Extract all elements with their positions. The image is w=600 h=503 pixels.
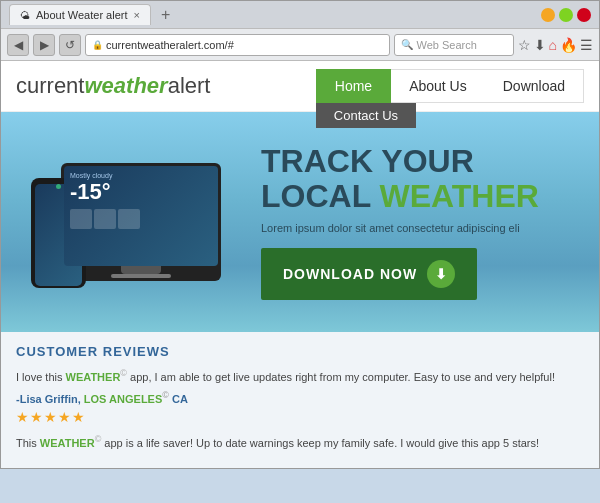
download-btn-label: DOWNLOAD NOW	[283, 266, 417, 282]
tab-close-button[interactable]: ×	[134, 9, 140, 21]
url-text: currentweatheralert.com/#	[106, 39, 234, 51]
monitor-base	[111, 274, 171, 278]
review-1-text: I love this WEATHER© app, I am able to g…	[16, 367, 584, 385]
device-monitor: Mostly cloudy -15°	[61, 163, 221, 281]
minimize-button[interactable]	[541, 8, 555, 22]
review1-after: app, I am able to get live updates right…	[127, 371, 555, 383]
review1-weather-link[interactable]: WEATHER	[66, 371, 121, 383]
review1-copyright: ©	[120, 368, 127, 378]
reload-button[interactable]: ↺	[59, 34, 81, 56]
address-bar[interactable]: 🔒 currentweatheralert.com/#	[85, 34, 390, 56]
nav-items: Home About Us Download	[316, 69, 584, 103]
hero-title: TRACK YOUR LOCAL WEATHER	[261, 144, 579, 214]
tab-favicon: 🌤	[20, 10, 30, 21]
new-tab-button[interactable]: +	[157, 6, 174, 24]
review-2-text: This WEATHER© app is a life saver! Up to…	[16, 433, 584, 451]
screen-temperature: -15°	[70, 179, 212, 205]
nav-contact[interactable]: Contact Us	[316, 103, 416, 128]
hero-title-line2: LOCAL	[261, 178, 380, 214]
browser-window: 🌤 About Weater alert × + ◀ ▶ ↺ 🔒 current…	[0, 0, 600, 469]
browser-nav-bar: ◀ ▶ ↺ 🔒 currentweatheralert.com/# 🔍 Web …	[1, 29, 599, 61]
screen-bar-3	[118, 209, 140, 229]
site-logo: currentweatheralert	[16, 73, 210, 99]
review-1-stars: ★★★★★	[16, 409, 584, 425]
close-button[interactable]	[577, 8, 591, 22]
website-content: currentweatheralert Home About Us Downlo…	[1, 61, 599, 468]
phone-indicator	[56, 184, 61, 189]
monitor-stand	[121, 266, 161, 274]
nav-download[interactable]: Download	[485, 69, 584, 103]
screen-weather-desc: Mostly cloudy	[70, 172, 212, 179]
hero-devices: Mostly cloudy -15°	[21, 163, 241, 281]
hero-content: TRACK YOUR LOCAL WEATHER Lorem ipsum dol…	[241, 144, 579, 300]
hero-title-weather: WEATHER	[380, 178, 539, 214]
star-icon[interactable]: ☆	[518, 37, 531, 53]
reviewer1-location-link[interactable]: LOS ANGELES	[84, 393, 162, 405]
contact-dropdown: Contact Us	[316, 103, 416, 128]
download-btn-icon: ⬇	[427, 260, 455, 288]
review2-after: app is a life saver! Up to date warnings…	[101, 436, 539, 448]
nav-home[interactable]: Home	[316, 69, 391, 103]
back-button[interactable]: ◀	[7, 34, 29, 56]
review2-weather-link[interactable]: WEATHER	[40, 436, 95, 448]
nav-about[interactable]: About Us	[391, 69, 485, 103]
browser-tab[interactable]: 🌤 About Weater alert ×	[9, 4, 151, 25]
browser-toolbar-icons: ☆ ⬇ ⌂ 🔥 ☰	[518, 37, 593, 53]
reviews-title: CUSTOMER REVIEWS	[16, 344, 584, 359]
monitor-screen: Mostly cloudy -15°	[64, 166, 218, 266]
window-controls	[541, 8, 591, 22]
logo-alert: alert	[168, 73, 211, 98]
title-bar: 🌤 About Weater alert × +	[1, 1, 599, 29]
download-icon[interactable]: ⬇	[534, 37, 546, 53]
fire-icon[interactable]: 🔥	[560, 37, 577, 53]
search-placeholder: Web Search	[417, 39, 477, 51]
reviews-section: CUSTOMER REVIEWS I love this WEATHER© ap…	[1, 332, 599, 468]
logo-weather: weather	[84, 73, 167, 98]
screen-bar-1	[70, 209, 92, 229]
reviewer-1: -Lisa Griffin, LOS ANGELES© CA	[16, 390, 584, 405]
menu-icon[interactable]: ☰	[580, 37, 593, 53]
lock-icon: 🔒	[92, 40, 103, 50]
screen-bar-2	[94, 209, 116, 229]
hero-title-line1: TRACK YOUR	[261, 143, 474, 179]
search-icon: 🔍	[401, 39, 413, 50]
home-icon[interactable]: ⌂	[549, 37, 557, 53]
search-bar[interactable]: 🔍 Web Search	[394, 34, 514, 56]
hero-description: Lorem ipsum dolor sit amet consectetur a…	[261, 222, 579, 234]
maximize-button[interactable]	[559, 8, 573, 22]
reviewer1-loc-copyright: ©	[162, 390, 169, 400]
screen-bars	[70, 209, 212, 229]
tab-title: About Weater alert	[36, 9, 128, 21]
logo-current: current	[16, 73, 84, 98]
download-now-button[interactable]: DOWNLOAD NOW ⬇	[261, 248, 477, 300]
reviewer1-location-suffix: CA	[169, 393, 188, 405]
site-navigation: Home About Us Download Contact Us	[316, 69, 584, 103]
forward-button[interactable]: ▶	[33, 34, 55, 56]
reviewer1-name: -Lisa Griffin,	[16, 393, 84, 405]
review1-before: I love this	[16, 371, 66, 383]
hero-section: Mostly cloudy -15° TRACK YOUR	[1, 112, 599, 332]
review2-before: This	[16, 436, 40, 448]
site-header: currentweatheralert Home About Us Downlo…	[1, 61, 599, 112]
